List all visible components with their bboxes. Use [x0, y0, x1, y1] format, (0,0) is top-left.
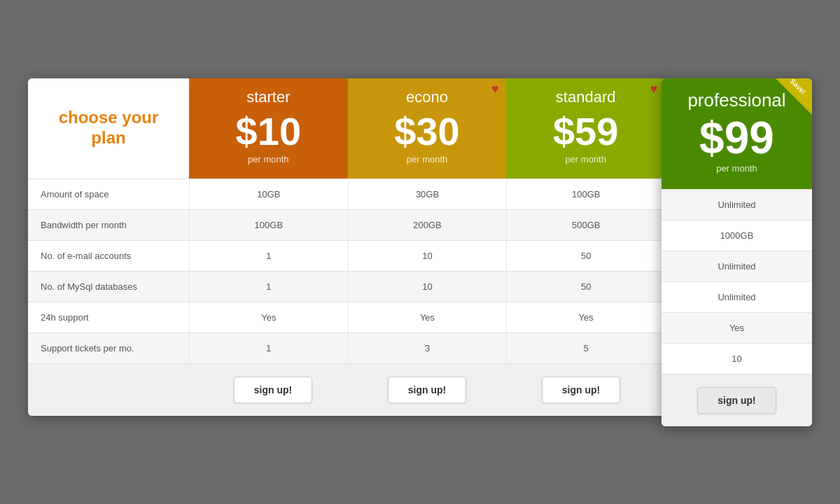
- plan-header-starter: starter $10 per month: [189, 78, 348, 178]
- signup-button-professional[interactable]: sign up!: [697, 387, 776, 414]
- footer-spacer: [35, 377, 196, 403]
- professional-card: Save! professional $99 per month Unlimit…: [662, 78, 812, 426]
- table-footer: sign up! sign up! sign up!: [28, 363, 665, 416]
- pro-feature-4: Yes: [662, 312, 812, 343]
- plan-name-econo: econo: [406, 88, 448, 106]
- pro-feature-5: 10: [662, 343, 812, 374]
- table-row: 24h support Yes Yes Yes: [28, 302, 665, 332]
- feature-starter-4: Yes: [189, 302, 348, 332]
- table-row: No. of e-mail accounts 1 10 50: [28, 240, 665, 271]
- pro-plan-price: $99: [699, 115, 774, 160]
- plan-price-standard: $59: [553, 112, 618, 151]
- feature-econo-5: 3: [348, 333, 507, 363]
- feature-label-5: Support tickets per mo.: [28, 333, 189, 363]
- signup-button-standard[interactable]: sign up!: [542, 377, 620, 403]
- plan-header-standard: standard $59 per month ♥: [506, 78, 665, 178]
- feature-label-3: No. of MySql databases: [28, 272, 189, 302]
- feature-starter-3: 1: [189, 272, 348, 302]
- pro-plan-period: per month: [716, 163, 757, 174]
- feature-econo-2: 10: [348, 241, 507, 271]
- table-row: No. of MySql databases 1 10 50: [28, 271, 665, 302]
- feature-label-4: 24h support: [28, 302, 189, 332]
- feature-starter-5: 1: [189, 333, 348, 363]
- feature-econo-4: Yes: [348, 302, 507, 332]
- save-badge: Save!: [776, 78, 812, 115]
- table-row: Amount of space 10GB 30GB 100GB: [28, 178, 665, 209]
- pro-feature-1: 1000GB: [662, 220, 812, 251]
- feature-standard-4: Yes: [506, 302, 665, 332]
- pricing-wrapper: choose your plan starter $10 per month e…: [28, 78, 812, 426]
- pro-footer: sign up!: [662, 374, 812, 426]
- plan-header-econo: econo $30 per month ♥: [348, 78, 507, 178]
- signup-button-starter[interactable]: sign up!: [234, 377, 312, 403]
- feature-starter-1: 100GB: [189, 210, 348, 240]
- feature-label-1: Bandwidth per month: [28, 210, 189, 240]
- feature-econo-1: 200GB: [348, 210, 507, 240]
- table-row: Support tickets per mo. 1 3 5: [28, 332, 665, 363]
- plan-price-starter: $10: [236, 112, 301, 151]
- save-badge-text: Save!: [786, 78, 809, 98]
- footer-btn-cell-starter: sign up!: [196, 377, 350, 403]
- plan-period-starter: per month: [248, 154, 289, 164]
- feature-standard-0: 100GB: [506, 179, 665, 209]
- plan-period-econo: per month: [407, 154, 448, 164]
- table-body: Amount of space 10GB 30GB 100GB Bandwidt…: [28, 178, 665, 363]
- header-label-cell: choose your plan: [28, 78, 189, 178]
- pricing-table: choose your plan starter $10 per month e…: [28, 78, 665, 416]
- pro-header: Save! professional $99 per month: [662, 78, 812, 189]
- feature-label-2: No. of e-mail accounts: [28, 241, 189, 271]
- feature-econo-0: 30GB: [348, 179, 507, 209]
- pro-feature-2: Unlimited: [662, 251, 812, 281]
- feature-starter-0: 10GB: [189, 179, 348, 209]
- pro-plan-name: professional: [687, 90, 785, 111]
- feature-standard-5: 5: [506, 333, 665, 363]
- feature-starter-2: 1: [189, 241, 348, 271]
- footer-btn-cell-econo: sign up!: [350, 377, 504, 403]
- plan-price-econo: $30: [394, 112, 459, 151]
- feature-econo-3: 10: [348, 272, 507, 302]
- feature-label-0: Amount of space: [28, 179, 189, 209]
- feature-standard-1: 500GB: [506, 210, 665, 240]
- plan-period-standard: per month: [565, 154, 606, 164]
- feature-standard-3: 50: [506, 272, 665, 302]
- pro-feature-0: Unlimited: [662, 189, 812, 220]
- plan-name-starter: starter: [246, 88, 290, 106]
- footer-btn-cell-standard: sign up!: [504, 377, 658, 403]
- plan-name-standard: standard: [556, 88, 616, 106]
- pro-feature-3: Unlimited: [662, 281, 812, 312]
- signup-button-econo[interactable]: sign up!: [388, 377, 466, 403]
- table-header: choose your plan starter $10 per month e…: [28, 78, 665, 178]
- econo-heart-badge: ♥: [484, 78, 506, 101]
- feature-standard-2: 50: [506, 241, 665, 271]
- pro-body: Unlimited 1000GB Unlimited Unlimited Yes…: [662, 189, 812, 374]
- choose-plan-text: choose your plan: [42, 108, 175, 148]
- table-row: Bandwidth per month 100GB 200GB 500GB: [28, 209, 665, 240]
